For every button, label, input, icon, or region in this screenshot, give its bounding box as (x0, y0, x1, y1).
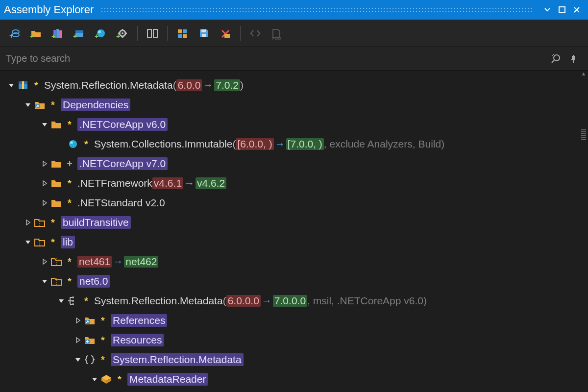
tree-row[interactable]: *buildTransitive (0, 213, 579, 232)
add-module-button[interactable]: + (91, 24, 111, 43)
packages-button[interactable]: + (70, 24, 89, 43)
export-pdb-button[interactable]: PDB (267, 24, 287, 43)
tree-text: Dependencies (61, 98, 130, 111)
folder-icon (50, 196, 63, 209)
tree-row[interactable]: *Resources (0, 330, 579, 350)
tree-text: System.Collections.Immutable (94, 138, 232, 150)
change-mark: * (98, 315, 108, 326)
svg-point-38 (72, 300, 74, 302)
open-folder-button[interactable]: + (26, 24, 46, 43)
export-code-button[interactable] (245, 24, 265, 43)
title-grip[interactable] (100, 7, 533, 13)
tree-row[interactable]: *System.Collections.Immutable ([6.0.0, )… (0, 134, 579, 154)
change-mark: * (48, 217, 58, 228)
tree-row[interactable]: *net461→net462 (0, 252, 579, 271)
change-mark: * (31, 80, 41, 91)
caret-down-icon[interactable] (39, 119, 50, 130)
tree-row[interactable]: *net6.0 (0, 271, 579, 291)
tree-view[interactable]: *System.Reflection.Metadata (6.0.0→7.0.2… (0, 71, 579, 392)
folder-icon (50, 157, 63, 170)
caret-down-icon[interactable] (6, 80, 17, 91)
caret-right-icon[interactable] (73, 315, 83, 326)
tree-text: .NETCoreApp v6.0 (77, 118, 168, 131)
svg-point-29 (552, 55, 553, 56)
braces-icon (83, 353, 96, 366)
tree-text: buildTransitive (61, 216, 131, 229)
svg-rect-23 (183, 34, 187, 38)
change-mark: * (81, 139, 91, 150)
change-mark: * (65, 276, 74, 287)
class-icon (100, 373, 113, 386)
caret-down-icon[interactable] (23, 237, 33, 247)
svg-rect-18 (147, 29, 151, 37)
toggle-split-button[interactable] (143, 24, 162, 43)
tree-text: → (183, 177, 196, 189)
tree-row[interactable]: *Dependencies (0, 95, 579, 115)
tree-row[interactable]: *System.Reflection.Metadata (6.0.0→7.0.2… (0, 75, 579, 95)
caret-down-icon[interactable] (89, 374, 100, 385)
change-mark: * (65, 178, 74, 189)
caret-right-icon[interactable] (23, 217, 33, 228)
tree-row[interactable]: *.NETFramework v4.6.1→v4.6.2 (0, 173, 579, 193)
caret-down-icon[interactable] (73, 354, 83, 365)
save-button[interactable] (194, 24, 214, 43)
tree-text: → (202, 79, 214, 91)
dropdown-icon[interactable] (540, 7, 555, 13)
change-mark: * (98, 335, 108, 346)
tree-text: MetadataReader (127, 373, 208, 386)
tree-text: .NETFramework (77, 177, 152, 189)
title-bar: Assembly Explorer (0, 0, 588, 20)
tree-text: 7.0.0.0 (273, 295, 307, 307)
folder-dashed-icon (33, 236, 46, 248)
toolbar: ++++++PDB (0, 20, 588, 47)
scroll-up-icon[interactable]: ▲ (579, 71, 588, 80)
settings-button[interactable]: + (113, 24, 132, 43)
caret-right-icon[interactable] (39, 178, 50, 189)
tree-text: , exclude Analyzers, Build) (324, 138, 444, 150)
maximize-icon[interactable] (555, 6, 569, 13)
tree-text: 6.0.0.0 (226, 295, 261, 307)
tree-text: References (111, 314, 167, 327)
tree-text: ) (240, 79, 244, 91)
pin-icon[interactable] (564, 50, 582, 68)
group-folders-button[interactable] (172, 24, 192, 43)
caret-right-icon[interactable] (73, 335, 83, 345)
caret-right-icon[interactable] (39, 158, 50, 169)
svg-rect-22 (178, 34, 182, 38)
tree-row[interactable]: *.NETCoreApp v6.0 (0, 115, 579, 134)
svg-rect-0 (559, 7, 565, 13)
caret-down-icon[interactable] (56, 295, 67, 306)
change-mark: * (48, 237, 58, 248)
clear-button[interactable] (216, 24, 235, 43)
caret-down-icon[interactable] (39, 276, 50, 287)
tree-text: .NETStandard v2.0 (77, 197, 165, 209)
tree-text: System.Reflection.Metadata (94, 295, 223, 307)
caret-right-icon[interactable] (39, 256, 50, 267)
scrollbar[interactable]: ▲ (579, 71, 588, 392)
tree-text: [7.0.0, ) (286, 138, 324, 150)
caret-right-icon[interactable] (39, 197, 50, 208)
svg-point-30 (553, 54, 554, 55)
tree-row[interactable]: *MetadataReader (0, 369, 579, 389)
tree-row[interactable]: *References (0, 311, 579, 330)
tree-row[interactable]: *lib (0, 232, 579, 252)
svg-text:+: + (9, 32, 13, 40)
tree-text: v4.6.1 (152, 177, 183, 189)
search-input[interactable] (6, 53, 547, 64)
add-connection-button[interactable]: + (5, 24, 24, 43)
tree-text: → (112, 256, 124, 268)
package-icon (17, 79, 29, 92)
search-icon[interactable] (547, 50, 564, 68)
change-mark: * (98, 354, 108, 366)
tree-row[interactable]: *System.Reflection.Metadata (6.0.0.0→7.0… (0, 291, 579, 311)
caret-down-icon[interactable] (23, 99, 33, 110)
search-bar (0, 47, 588, 71)
folder-icon (50, 118, 63, 131)
tree-row[interactable]: *System.Reflection.Metadata (0, 350, 579, 369)
tree-text: ( (232, 138, 236, 150)
ball-icon (67, 138, 79, 150)
close-icon[interactable] (569, 6, 584, 13)
library-button[interactable]: + (48, 24, 68, 43)
tree-row[interactable]: *.NETStandard v2.0 (0, 193, 579, 213)
tree-row[interactable]: +.NETCoreApp v7.0 (0, 154, 579, 173)
